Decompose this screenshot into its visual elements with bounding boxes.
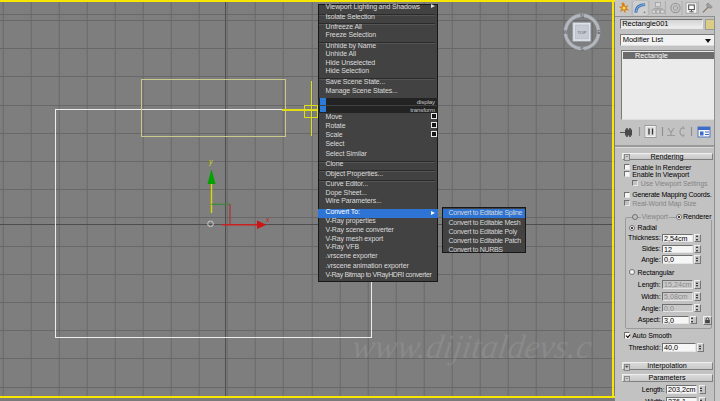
svg-text:N: N: [580, 13, 584, 19]
svg-text:W: W: [563, 29, 568, 35]
svg-text:y: y: [208, 158, 213, 166]
svg-text:x: x: [265, 216, 270, 223]
svg-text:E: E: [597, 29, 601, 35]
svg-text:TOP: TOP: [578, 30, 587, 35]
